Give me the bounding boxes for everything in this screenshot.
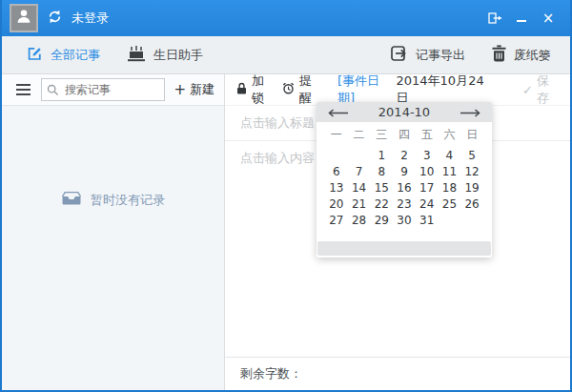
calendar-day[interactable]: 4 bbox=[439, 148, 461, 164]
long-arrow-left-icon bbox=[327, 103, 349, 121]
sidebar: + 新建 暂时没有记录 bbox=[2, 74, 225, 390]
sync-button[interactable] bbox=[47, 10, 64, 27]
calendar-day[interactable]: 20 bbox=[325, 196, 348, 213]
calendar-day[interactable]: 29 bbox=[370, 213, 393, 229]
window-controls: × bbox=[486, 10, 562, 26]
calendar-day-empty bbox=[325, 148, 348, 164]
user-icon bbox=[15, 8, 32, 29]
calendar-day[interactable]: 22 bbox=[370, 196, 393, 213]
export-notes-button[interactable]: 记事导出 bbox=[391, 45, 465, 65]
save-button[interactable]: ✓ 保存 bbox=[522, 72, 559, 107]
close-button[interactable]: × bbox=[540, 10, 557, 26]
login-status[interactable]: 未登录 bbox=[72, 10, 109, 27]
calendar-weekday: 一 bbox=[325, 127, 348, 143]
all-notes-label: 全部记事 bbox=[51, 47, 100, 64]
lock-button[interactable]: 加锁 bbox=[236, 72, 274, 107]
editor-footer: 剩余字数： bbox=[225, 357, 570, 390]
calendar-header: 2014-10 bbox=[317, 102, 492, 122]
calendar-day[interactable]: 2 bbox=[393, 148, 416, 164]
calendar-day[interactable]: 16 bbox=[393, 180, 416, 196]
calendar-day[interactable]: 18 bbox=[439, 180, 461, 196]
minimize-button[interactable] bbox=[513, 10, 530, 26]
prev-month-button[interactable] bbox=[327, 103, 349, 121]
calendar-day[interactable]: 13 bbox=[325, 180, 348, 196]
lock-icon bbox=[236, 82, 247, 97]
calendar-day[interactable]: 28 bbox=[348, 213, 371, 229]
toolbar-right-group: 记事导出 废纸篓 bbox=[391, 45, 551, 65]
next-month-button[interactable] bbox=[460, 103, 481, 121]
calendar-day[interactable]: 3 bbox=[416, 148, 439, 164]
calendar-weekday: 五 bbox=[416, 127, 439, 143]
calendar-day[interactable]: 21 bbox=[348, 196, 371, 213]
plus-icon: + bbox=[174, 83, 186, 97]
calendar-day[interactable]: 6 bbox=[325, 164, 348, 180]
empty-state: 暂时没有记录 bbox=[2, 191, 224, 209]
close-icon: × bbox=[542, 11, 555, 26]
calendar-day[interactable]: 31 bbox=[416, 213, 439, 229]
calendar-day[interactable]: 27 bbox=[325, 213, 348, 229]
search-input[interactable] bbox=[41, 78, 165, 101]
content-placeholder: 点击输入内容 bbox=[240, 151, 315, 165]
mini-mode-icon bbox=[488, 10, 502, 28]
trash-button[interactable]: 废纸篓 bbox=[492, 45, 551, 65]
calendar-day[interactable]: 12 bbox=[460, 164, 483, 180]
export-notes-label: 记事导出 bbox=[416, 47, 465, 64]
calendar-day[interactable]: 17 bbox=[416, 180, 439, 196]
check-icon: ✓ bbox=[522, 83, 533, 97]
calendar-day[interactable]: 5 bbox=[460, 148, 483, 164]
save-label: 保存 bbox=[537, 72, 559, 107]
calendar-day[interactable]: 11 bbox=[439, 164, 461, 180]
calendar-day[interactable]: 10 bbox=[416, 164, 439, 180]
birthday-helper-button[interactable]: 生日助手 bbox=[127, 46, 203, 65]
search-box bbox=[41, 78, 165, 101]
minimize-icon bbox=[517, 20, 526, 22]
all-notes-button[interactable]: 全部记事 bbox=[27, 46, 100, 65]
note-list: 暂时没有记录 bbox=[2, 106, 224, 390]
new-note-label: 新建 bbox=[190, 81, 214, 98]
empty-state-label: 暂时没有记录 bbox=[91, 192, 165, 209]
calendar-day[interactable]: 30 bbox=[393, 213, 416, 229]
remind-button[interactable]: 提醒 bbox=[282, 72, 321, 107]
menu-button[interactable] bbox=[14, 82, 32, 97]
calendar-day[interactable]: 26 bbox=[460, 196, 483, 213]
calendar-day[interactable]: 24 bbox=[416, 196, 439, 213]
calendar-day[interactable]: 8 bbox=[370, 164, 393, 180]
calendar-day-empty bbox=[348, 148, 371, 164]
avatar[interactable] bbox=[10, 4, 38, 32]
calendar-day[interactable]: 14 bbox=[348, 180, 371, 196]
birthday-helper-label: 生日助手 bbox=[153, 47, 203, 64]
sync-icon bbox=[47, 9, 63, 29]
compose-icon bbox=[27, 46, 43, 65]
calendar-day[interactable]: 9 bbox=[393, 164, 416, 180]
mini-mode-button[interactable] bbox=[486, 10, 503, 26]
date-picker-popup: 2014-10 一二三四五六日 123456789101112131415161… bbox=[317, 102, 492, 258]
cake-icon bbox=[127, 46, 146, 65]
calendar-month-label: 2014-10 bbox=[378, 105, 430, 119]
inbox-icon bbox=[61, 191, 82, 209]
remaining-chars-label: 剩余字数： bbox=[240, 365, 302, 382]
long-arrow-right-icon bbox=[460, 103, 481, 121]
calendar-day[interactable]: 19 bbox=[460, 180, 483, 196]
sidebar-header: + 新建 bbox=[2, 74, 224, 106]
calendar-grid: 1234567891011121314151617181920212223242… bbox=[317, 143, 492, 229]
calendar-footer-bar bbox=[317, 241, 491, 256]
calendar-weekday: 三 bbox=[370, 127, 393, 143]
title-placeholder: 点击输入标题 bbox=[240, 114, 315, 132]
calendar-day[interactable]: 25 bbox=[439, 196, 461, 213]
calendar-weekday: 四 bbox=[393, 127, 416, 143]
toolbar-left-group: 全部记事 生日助手 bbox=[27, 46, 203, 65]
calendar-weekday: 日 bbox=[460, 127, 483, 143]
calendar-day[interactable]: 23 bbox=[393, 196, 416, 213]
app-window: 未登录 × bbox=[0, 0, 572, 392]
calendar-weekday: 六 bbox=[439, 127, 461, 143]
toolbar: 全部记事 生日助手 bbox=[2, 36, 570, 74]
new-note-button[interactable]: + 新建 bbox=[174, 81, 214, 98]
trash-label: 废纸篓 bbox=[514, 47, 551, 64]
lock-label: 加锁 bbox=[252, 72, 274, 107]
calendar-day[interactable]: 15 bbox=[370, 180, 393, 196]
calendar-day[interactable]: 7 bbox=[348, 164, 371, 180]
alarm-icon bbox=[282, 82, 295, 97]
calendar-day[interactable]: 1 bbox=[370, 148, 393, 164]
calendar-day-empty bbox=[439, 213, 461, 229]
calendar-day-empty bbox=[460, 213, 483, 229]
